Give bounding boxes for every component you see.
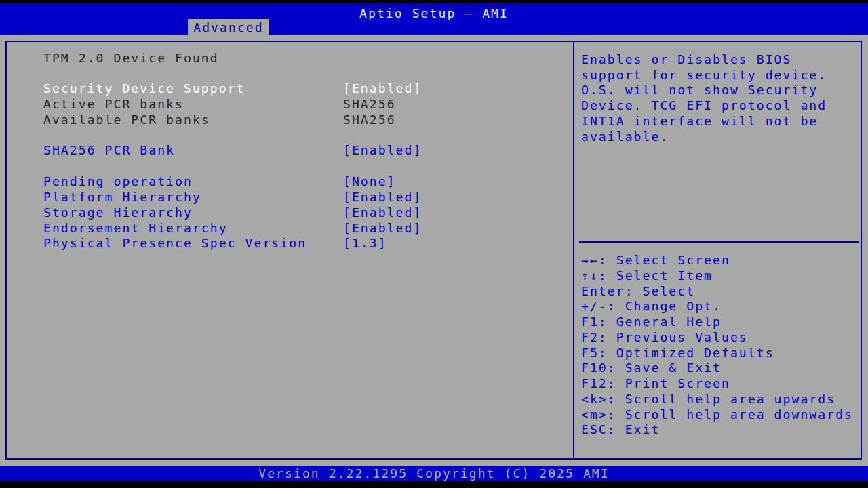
setting-value: [Enabled] (343, 207, 422, 219)
key-legend: →←: Select Screen ↑↓: Select Item Enter:… (581, 253, 859, 438)
panel-divider (573, 41, 574, 460)
setting-label: Platform Hierarchy (43, 190, 201, 204)
tab-advanced[interactable]: Advanced (188, 19, 269, 35)
setting-value: [Enabled] (343, 222, 422, 235)
version-text: Version 2.22.1295 Copyright (C) 2025 AMI (258, 466, 609, 481)
setting-value: [Enabled] (343, 83, 422, 95)
setting-row-available-pcr-banks: Available PCR banks SHA256 (43, 114, 545, 126)
setting-row-endorsement-hierarchy[interactable]: Endorsement Hierarchy [Enabled] (43, 222, 545, 235)
key-legend-change-opt: +/-: Change Opt. (581, 299, 859, 314)
setting-row-active-pcr-banks: Active PCR banks SHA256 (43, 98, 545, 110)
setting-label: Pending operation (43, 174, 193, 188)
key-legend-scroll-down: <m>: Scroll help area downwards (581, 407, 859, 423)
key-legend-f10: F10: Save & Exit (581, 361, 859, 376)
setting-label: Physical Presence Spec Version (43, 236, 307, 250)
setting-value: [Enabled] (343, 191, 422, 203)
setting-row-physical-presence-spec-version[interactable]: Physical Presence Spec Version [1.3] (43, 237, 545, 249)
key-legend-f1: F1: General Help (581, 314, 859, 330)
setting-value: [Enabled] (343, 144, 422, 157)
setting-row-pending-operation[interactable]: Pending operation [None] (43, 176, 545, 188)
setting-label: Active PCR banks (43, 97, 184, 111)
setting-row-security-device-support[interactable]: Security Device Support [Enabled] (43, 83, 545, 95)
setting-row-sha256-pcr-bank[interactable]: SHA256 PCR Bank [Enabled] (43, 144, 545, 157)
bios-setup-screen: Aptio Setup – AMI Advanced TPM 2.0 Devic… (0, 0, 868, 488)
key-legend-enter: Enter: Select (581, 284, 859, 300)
setting-label: Security Device Support (43, 81, 245, 96)
help-divider (579, 241, 859, 243)
setting-value: [1.3] (343, 237, 387, 249)
key-legend-f2: F2: Previous Values (581, 330, 859, 346)
key-legend-scroll-up: <k>: Scroll help area upwards (581, 392, 859, 407)
title-bar: Aptio Setup – AMI Advanced (0, 3, 868, 35)
help-description: Enables or Disables BIOS support for sec… (581, 52, 851, 144)
setting-value: SHA256 (343, 114, 396, 126)
key-legend-select-screen: →←: Select Screen (581, 253, 859, 268)
status-text: TPM 2.0 Device Found (43, 52, 545, 64)
key-legend-f12: F12: Print Screen (581, 376, 859, 392)
setting-value: [None] (343, 176, 396, 188)
page-title: Aptio Setup – AMI (0, 7, 868, 20)
setting-row-platform-hierarchy[interactable]: Platform Hierarchy [Enabled] (43, 191, 545, 203)
key-legend-esc: ESC: Exit (581, 422, 859, 438)
footer-bar: Version 2.22.1295 Copyright (C) 2025 AMI (0, 466, 868, 481)
setting-label: Storage Hierarchy (43, 205, 193, 220)
key-legend-select-item: ↑↓: Select Item (581, 268, 859, 284)
setting-label: Endorsement Hierarchy (43, 221, 228, 235)
key-legend-f5: F5: Optimized Defaults (581, 346, 859, 361)
setting-label: SHA256 PCR Bank (43, 143, 175, 157)
setting-value: SHA256 (343, 98, 396, 110)
setting-label: Available PCR banks (43, 113, 210, 127)
setting-row-storage-hierarchy[interactable]: Storage Hierarchy [Enabled] (43, 207, 545, 219)
